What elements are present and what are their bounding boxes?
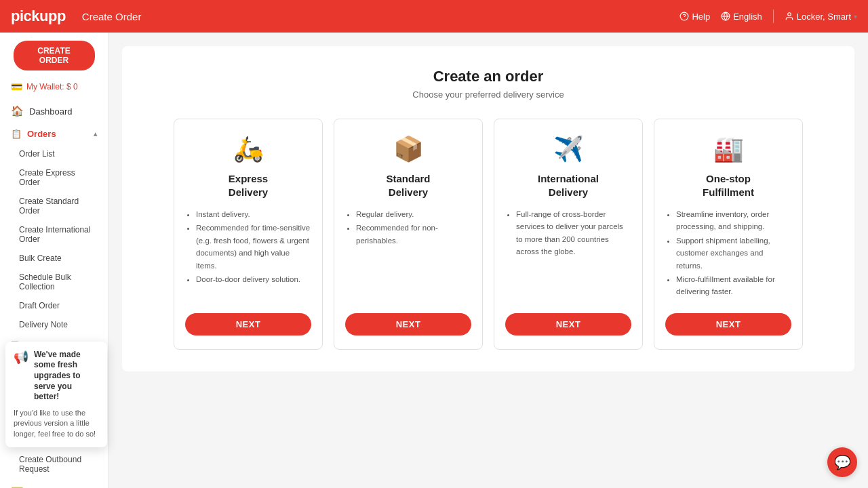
sidebar-item-bulk-create[interactable]: Bulk Create	[0, 249, 108, 268]
user-menu[interactable]: Locker, Smart ▾	[785, 12, 857, 22]
delivery-cards-container: 🛵 ExpressDelivery Instant delivery. Reco…	[138, 119, 838, 350]
notification-body: If you'd like to use the previous versio…	[14, 408, 99, 439]
svg-point-4	[787, 13, 791, 16]
express-icon: 🛵	[233, 133, 264, 165]
chat-icon: 💬	[834, 454, 851, 470]
topnav-right: Help English Locker, Smart ▾	[679, 9, 857, 23]
international-feature-1: Full-range of cross-border services to d…	[516, 208, 631, 258]
standard-icon: 📦	[393, 133, 424, 165]
express-feature-3: Door-to-door delivery solution.	[196, 273, 311, 285]
sidebar-item-dashboard[interactable]: 🏠 Dashboard	[0, 99, 108, 123]
page-title: Create Order	[82, 11, 680, 22]
onestop-features: Streamline inventory, order processing, …	[665, 208, 791, 300]
express-features: Instant delivery. Recommended for time-s…	[185, 208, 311, 300]
standard-feature-1: Regular delivery.	[356, 208, 471, 220]
express-title: ExpressDelivery	[229, 172, 268, 199]
orders-sub-items: Order List Create Express Order Create S…	[0, 144, 108, 334]
chat-button[interactable]: 💬	[827, 447, 857, 477]
main-content: Create an order Choose your preferred de…	[108, 33, 868, 488]
create-order-subtitle: Choose your preferred delivery service	[138, 89, 838, 100]
sidebar-item-create-express[interactable]: Create Express Order	[0, 163, 108, 192]
nav-divider	[773, 9, 774, 23]
standard-title: StandardDelivery	[386, 172, 430, 199]
sidebar-item-create-outbound[interactable]: Create Outbound Request	[0, 450, 108, 479]
standard-features: Regular delivery. Recommended for non-pe…	[345, 208, 471, 300]
logo[interactable]: pickupp	[11, 7, 66, 25]
sidebar-item-create-international[interactable]: Create International Order	[0, 220, 108, 249]
onestop-feature-3: Micro-fulfillment available for deliveri…	[676, 273, 791, 298]
language-selector[interactable]: English	[721, 12, 762, 22]
international-next-button[interactable]: NEXT	[505, 313, 631, 336]
standard-next-button[interactable]: NEXT	[345, 313, 471, 336]
create-order-card: Create an order Choose your preferred de…	[122, 46, 854, 371]
standard-feature-2: Recommended for non-perishables.	[356, 222, 471, 247]
topnav: pickupp Create Order Help English Locker…	[0, 0, 868, 33]
sidebar-item-schedule-bulk[interactable]: Schedule Bulk Collection	[0, 268, 108, 296]
notification-header: 📢 We've made some fresh upgrades to serv…	[14, 350, 99, 403]
sidebar-item-payment[interactable]: 💳 Payment ▾	[0, 479, 108, 488]
notification-popup: 📢 We've made some fresh upgrades to serv…	[5, 342, 107, 447]
orders-chevron-icon: ▴	[94, 130, 97, 138]
sidebar-item-delivery-note[interactable]: Delivery Note	[0, 315, 108, 334]
international-delivery-card: ✈️ InternationalDelivery Full-range of c…	[494, 119, 643, 350]
express-delivery-card: 🛵 ExpressDelivery Instant delivery. Reco…	[174, 119, 323, 350]
onestop-feature-1: Streamline inventory, order processing, …	[676, 208, 791, 233]
onestop-icon: 🏭	[713, 133, 744, 165]
layout: CREATE ORDER 💳 My Wallet: $ 0 🏠 Dashboar…	[0, 33, 868, 488]
express-next-button[interactable]: NEXT	[185, 313, 311, 336]
express-feature-1: Instant delivery.	[196, 208, 311, 220]
onestop-fulfillment-card: 🏭 One-stopFulfillment Streamline invento…	[654, 119, 803, 350]
sidebar-item-draft-order[interactable]: Draft Order	[0, 296, 108, 315]
help-link[interactable]: Help	[679, 12, 710, 22]
standard-delivery-card: 📦 StandardDelivery Regular delivery. Rec…	[334, 119, 483, 350]
home-icon: 🏠	[11, 105, 24, 117]
sidebar-item-order-list[interactable]: Order List	[0, 144, 108, 163]
notification-title: We've made some fresh upgrades to serve …	[34, 350, 99, 403]
onestop-feature-2: Support shipment labelling, customer exc…	[676, 235, 791, 272]
onestop-title: One-stopFulfillment	[703, 172, 754, 199]
create-order-title: Create an order	[138, 68, 838, 85]
express-feature-2: Recommended for time-sensitive (e.g. fre…	[196, 222, 311, 272]
onestop-next-button[interactable]: NEXT	[665, 313, 791, 336]
international-features: Full-range of cross-border services to d…	[505, 208, 631, 300]
wallet-icon: 💳	[11, 81, 22, 92]
wallet-link[interactable]: 💳 My Wallet: $ 0	[0, 79, 108, 99]
sidebar-item-create-standard[interactable]: Create Standard Order	[0, 192, 108, 220]
international-title: InternationalDelivery	[538, 172, 599, 199]
user-chevron-icon: ▾	[854, 13, 857, 20]
payment-icon: 💳	[11, 485, 24, 488]
international-icon: ✈️	[553, 133, 584, 165]
notification-icon: 📢	[14, 350, 28, 403]
create-order-button[interactable]: CREATE ORDER	[14, 41, 95, 70]
sidebar-section-orders[interactable]: 📋 Orders ▴	[0, 123, 108, 144]
orders-icon: 📋	[11, 129, 22, 139]
